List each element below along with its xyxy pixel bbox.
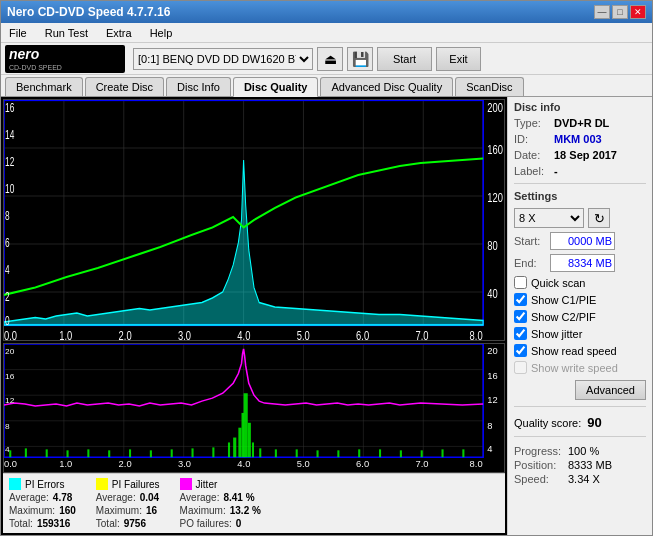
tab-scandisc[interactable]: ScanDisc [455,77,523,96]
main-window: Nero CD-DVD Speed 4.7.7.16 — □ ✕ File Ru… [0,0,653,536]
drive-select[interactable]: [0:1] BENQ DVD DD DW1620 B7W9 [133,48,313,70]
start-input[interactable] [550,232,615,250]
show-jitter-row: Show jitter [514,327,646,340]
show-write-speed-label: Show write speed [531,362,618,374]
po-failures-key: PO failures: [180,518,232,529]
advanced-button[interactable]: Advanced [575,380,646,400]
tab-create-disc[interactable]: Create Disc [85,77,164,96]
menu-file[interactable]: File [5,25,31,41]
show-read-speed-check[interactable] [514,344,527,357]
svg-rect-54 [67,450,69,457]
svg-text:0.0: 0.0 [4,327,17,340]
speed-val: 3.34 X [568,473,600,485]
start-button[interactable]: Start [377,47,432,71]
svg-rect-79 [462,449,464,457]
svg-text:16: 16 [487,372,497,382]
id-val: MKM 003 [554,133,602,145]
type-val: DVD+R DL [554,117,609,129]
quick-scan-check[interactable] [514,276,527,289]
svg-rect-55 [87,449,89,457]
show-read-speed-label: Show read speed [531,345,617,357]
svg-text:0.0: 0.0 [4,459,17,469]
tab-advanced-disc-quality[interactable]: Advanced Disc Quality [320,77,453,96]
svg-text:20: 20 [5,347,15,356]
window-title: Nero CD-DVD Speed 4.7.7.16 [7,5,170,19]
start-label: Start: [514,235,546,247]
svg-rect-59 [171,449,173,457]
svg-rect-67 [248,423,251,457]
svg-rect-62 [228,442,230,457]
svg-text:8: 8 [5,422,10,431]
save-icon[interactable]: 💾 [347,47,373,71]
svg-text:40: 40 [487,285,497,300]
pi-errors-stats: PI Errors Average: 4.78 Maximum: 160 Tot… [9,478,76,529]
svg-rect-69 [259,448,261,457]
jitter-label: Jitter [196,479,218,490]
svg-text:4: 4 [5,264,10,277]
svg-text:0: 0 [5,315,10,328]
svg-rect-64 [238,428,241,458]
show-c2pif-label: Show C2/PIF [531,311,596,323]
svg-rect-56 [108,450,110,457]
progress-section: Progress: 100 % Position: 8333 MB Speed:… [514,445,646,485]
show-jitter-check[interactable] [514,327,527,340]
logo-content: nero CD-DVD SPEED [9,46,62,71]
menu-help[interactable]: Help [146,25,177,41]
close-btn[interactable]: ✕ [630,5,646,19]
svg-rect-77 [421,450,423,457]
jitter-max-key: Maximum: [180,505,226,516]
speed-select[interactable]: 8 X 4 X Max [514,208,584,228]
label-row: Label: - [514,165,646,177]
show-c1pie-label: Show C1/PIE [531,294,596,306]
svg-text:7.0: 7.0 [415,459,428,469]
eject-icon[interactable]: ⏏ [317,47,343,71]
svg-rect-66 [244,393,248,457]
svg-text:7.0: 7.0 [415,327,428,340]
svg-rect-53 [46,449,48,457]
po-failures-val: 0 [236,518,242,529]
tab-bar: Benchmark Create Disc Disc Info Disc Qua… [1,75,652,97]
svg-text:5.0: 5.0 [297,327,310,340]
speed-row: 8 X 4 X Max ↻ [514,208,646,228]
svg-text:4.0: 4.0 [237,459,250,469]
quick-scan-label: Quick scan [531,277,585,289]
quality-row: Quality score: 90 [514,415,646,430]
pi-failures-max-val: 16 [146,505,157,516]
date-key: Date: [514,149,550,161]
jitter-max-val: 13.2 % [230,505,261,516]
position-key: Position: [514,459,564,471]
pi-failures-avg-key: Average: [96,492,136,503]
pi-failures-color [96,478,108,490]
tab-disc-quality[interactable]: Disc Quality [233,77,319,97]
menu-run-test[interactable]: Run Test [41,25,92,41]
svg-rect-68 [252,442,254,457]
tab-disc-info[interactable]: Disc Info [166,77,231,96]
refresh-btn[interactable]: ↻ [588,208,610,228]
start-row: Start: [514,232,646,250]
main-content: 200 160 120 80 40 16 14 12 10 8 6 4 2 0 [1,97,652,535]
speed-row: Speed: 3.34 X [514,473,646,485]
exit-button[interactable]: Exit [436,47,481,71]
svg-text:20: 20 [487,346,497,356]
maximize-btn[interactable]: □ [612,5,628,19]
svg-text:2.0: 2.0 [119,459,132,469]
pi-errors-avg-key: Average: [9,492,49,503]
jitter-stats: Jitter Average: 8.41 % Maximum: 13.2 % P… [180,478,261,529]
id-row: ID: MKM 003 [514,133,646,145]
show-c2pif-check[interactable] [514,310,527,323]
svg-rect-58 [150,450,152,457]
top-chart-svg: 200 160 120 80 40 16 14 12 10 8 6 4 2 0 [4,100,504,340]
svg-rect-60 [192,448,194,457]
minimize-btn[interactable]: — [594,5,610,19]
tab-benchmark[interactable]: Benchmark [5,77,83,96]
end-input[interactable] [550,254,615,272]
jitter-avg-val: 8.41 % [223,492,254,503]
svg-text:12: 12 [5,396,15,405]
svg-text:1.0: 1.0 [59,459,72,469]
quick-scan-row: Quick scan [514,276,646,289]
svg-text:8: 8 [487,421,492,431]
show-c1pie-check[interactable] [514,293,527,306]
pi-errors-max-key: Maximum: [9,505,55,516]
menu-extra[interactable]: Extra [102,25,136,41]
svg-text:16: 16 [5,373,15,382]
